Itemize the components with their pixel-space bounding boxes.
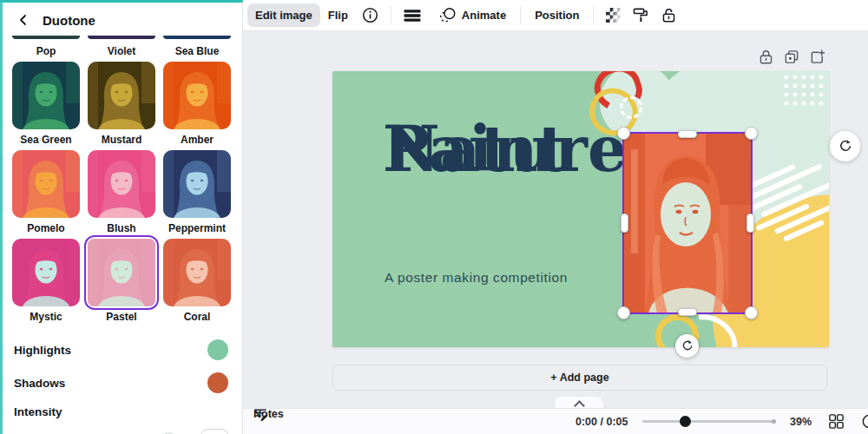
filter-label: Amber — [181, 134, 214, 146]
separator — [520, 6, 521, 24]
filter-thumb-sea-green[interactable] — [12, 62, 80, 129]
shadows-label: Shadows — [14, 377, 65, 390]
filter-label: Sea Green — [20, 134, 71, 146]
fullscreen-icon[interactable] — [861, 413, 868, 430]
design-page[interactable]: Paint Nature A poster making competition — [332, 71, 829, 347]
rotate-icon — [681, 339, 694, 352]
filter-label: Peppermint — [168, 222, 226, 234]
filter-thumb-pop[interactable] — [12, 36, 80, 39]
resize-handle-top[interactable] — [678, 130, 697, 138]
filter-label: Sea Blue — [175, 45, 220, 57]
pages-grid-icon[interactable] — [828, 413, 845, 430]
resize-handle-left[interactable] — [621, 214, 628, 233]
intensity-value[interactable]: 88 — [201, 429, 228, 434]
playback-time: 0:00 / 0:05 — [575, 416, 628, 428]
poster-title-line2: Nature — [383, 116, 628, 182]
animate-icon — [438, 7, 457, 23]
filter-thumb-blush[interactable] — [88, 150, 155, 218]
info-button[interactable] — [356, 2, 385, 29]
flip-button[interactable]: Flip — [320, 3, 356, 27]
filter-label: Blush — [107, 222, 135, 234]
filter-thumb-peppermint[interactable] — [163, 150, 231, 218]
filter-label: Pop — [36, 45, 56, 57]
white-dots-pattern — [782, 73, 827, 109]
panel-title: Duotone — [43, 13, 95, 28]
canvas-area: Paint Nature A poster making competition — [243, 31, 868, 434]
filter-thumb-mustard[interactable] — [88, 62, 155, 129]
resize-handle-bottom-left[interactable] — [617, 306, 630, 319]
rotate-handle[interactable] — [675, 334, 699, 358]
add-page-icon[interactable] — [810, 49, 825, 65]
filter-label: Pastel — [106, 311, 136, 323]
selection-frame[interactable] — [622, 132, 753, 314]
highlights-label: Highlights — [14, 344, 71, 357]
filter-thumb-coral[interactable] — [163, 239, 231, 306]
levels-icon — [404, 8, 421, 23]
page-lock-icon[interactable] — [759, 49, 773, 65]
duotone-panel: Duotone Pop Violet Sea Blue Sea Green Mu… — [0, 0, 243, 434]
duplicate-page-icon[interactable] — [784, 49, 799, 65]
resize-handle-right[interactable] — [746, 214, 754, 233]
adjust-levels-button[interactable] — [398, 3, 427, 29]
position-button[interactable]: Position — [527, 3, 587, 27]
resize-handle-bottom-right[interactable] — [745, 306, 758, 319]
poster-subtitle[interactable]: A poster making competition — [385, 270, 568, 286]
animate-button[interactable]: Animate — [431, 2, 514, 29]
resize-handle-top-left[interactable] — [617, 127, 630, 140]
transparency-icon — [606, 8, 621, 23]
lock-button[interactable] — [655, 2, 682, 29]
separator — [593, 6, 594, 24]
bottom-bar: Notes 0:00 / 0:05 39% — [243, 408, 868, 434]
highlights-color-swatch[interactable] — [207, 339, 228, 360]
resize-handle-top-right[interactable] — [745, 127, 758, 140]
filter-thumb-sea-blue[interactable] — [163, 36, 231, 39]
page-actions — [759, 49, 825, 65]
refresh-icon — [838, 139, 852, 154]
filter-thumb-mystic[interactable] — [12, 239, 80, 306]
filter-label: Mustard — [102, 134, 142, 146]
filter-label: Pomelo — [27, 222, 64, 234]
zoom-level[interactable]: 39% — [790, 416, 812, 428]
panel-header: Duotone — [0, 3, 242, 36]
filter-thumb-pomelo[interactable] — [12, 150, 80, 218]
edit-image-button[interactable]: Edit image — [247, 3, 320, 27]
lock-icon — [661, 7, 676, 23]
info-icon — [362, 7, 378, 23]
filter-thumb-pastel[interactable] — [88, 239, 155, 306]
filter-label: Violet — [108, 45, 135, 57]
timeline-scrubber[interactable] — [642, 420, 775, 423]
copy-style-button[interactable] — [627, 2, 655, 29]
filter-grid: Pop Violet Sea Blue Sea Green Mustard Am… — [0, 36, 242, 327]
separator — [391, 6, 391, 24]
add-page-button[interactable]: + Add page — [332, 365, 827, 391]
intensity-label: Intensity — [14, 405, 228, 418]
resize-handle-bottom[interactable] — [678, 308, 697, 316]
transparency-button[interactable] — [600, 3, 627, 28]
paint-roller-icon — [633, 7, 649, 23]
back-icon[interactable] — [17, 14, 30, 26]
top-toolbar: Edit image Flip Animate Position — [243, 0, 868, 31]
filter-thumb-amber[interactable] — [163, 62, 231, 129]
refresh-button[interactable] — [830, 131, 860, 161]
notes-label: Notes — [253, 408, 284, 420]
filter-label: Mystic — [30, 311, 62, 323]
filter-thumb-violet[interactable] — [88, 36, 155, 39]
shadows-color-swatch[interactable] — [207, 372, 228, 393]
timeline-scrubber-thumb[interactable] — [680, 416, 691, 427]
filter-label: Coral — [184, 311, 211, 323]
